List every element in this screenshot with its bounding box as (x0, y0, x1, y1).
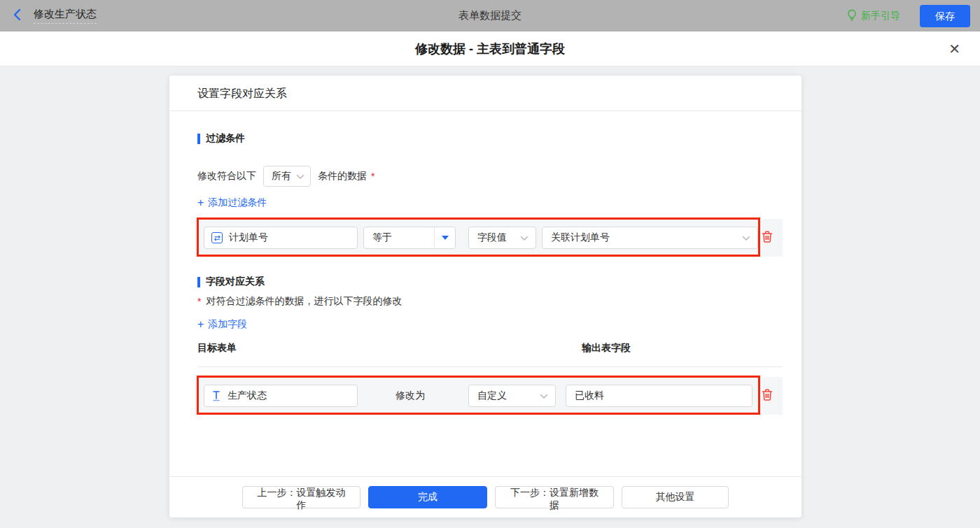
add-field-label: 添加字段 (208, 318, 247, 331)
mapping-section-label: 字段对应关系 (206, 276, 265, 288)
add-field-link[interactable]: + 添加字段 (197, 318, 247, 331)
add-filter-condition-link[interactable]: + 添加过滤条件 (197, 197, 267, 209)
operator-value: 等于 (364, 231, 434, 244)
topbar-actions: 新手引导 保存 (846, 5, 970, 27)
mapping-description: 对符合过滤条件的数据，进行以下字段的修改 (206, 295, 402, 308)
modify-mode-value: 自定义 (477, 390, 540, 402)
match-mode-value: 所有 (272, 170, 296, 183)
caret-down-icon (434, 227, 455, 248)
modify-to-label: 修改为 (396, 390, 425, 402)
delete-condition-button[interactable] (761, 230, 774, 245)
match-prefix-label: 修改符合以下 (197, 170, 256, 183)
match-condition-row: 修改符合以下 所有 条件的数据 * (197, 166, 783, 187)
beginner-guide-label: 新手引导 (861, 10, 900, 22)
section-marker (197, 134, 200, 144)
chevron-down-icon (742, 231, 750, 244)
filter-condition-row: ⇄ 计划单号 等于 字段值 关联计划单号 (195, 219, 783, 257)
page: 修改生产状态 表单数据提交 新手引导 保存 修改数据 - 主表到普通字段 ✕ 设… (0, 0, 980, 528)
mapping-column-headers: 目标表单 输出表字段 (197, 342, 783, 367)
workflow-name[interactable]: 修改生产状态 (34, 8, 97, 24)
save-button[interactable]: 保存 (920, 5, 970, 27)
card-header-title: 设置字段对应关系 (169, 76, 802, 111)
top-bar: 修改生产状态 表单数据提交 新手引导 保存 (0, 0, 980, 31)
match-mode-select[interactable]: 所有 (263, 166, 311, 187)
custom-value-input[interactable] (566, 385, 752, 407)
plus-icon: + (197, 320, 204, 329)
chevron-down-icon (520, 231, 528, 244)
trash-icon (761, 230, 774, 245)
operator-select[interactable]: 等于 (363, 227, 456, 249)
next-step-button[interactable]: 下一步：设置新增数据 (495, 486, 614, 508)
back-chevron-icon (11, 8, 24, 24)
target-field-selector[interactable]: 生产状态 (204, 385, 358, 407)
back-button[interactable] (11, 8, 24, 24)
lightbulb-icon (846, 9, 861, 23)
filter-section-title: 过滤条件 (197, 132, 783, 145)
beginner-guide-link[interactable]: 新手引导 (846, 9, 900, 23)
done-button[interactable]: 完成 (368, 486, 487, 508)
close-icon[interactable]: ✕ (948, 41, 960, 57)
plus-icon: + (197, 198, 204, 208)
card-footer: 上一步：设置触发动作 完成 下一步：设置新增数据 其他设置 (169, 476, 802, 518)
mapping-section-title: 字段对应关系 (197, 276, 783, 288)
card-body: 过滤条件 修改符合以下 所有 条件的数据 * + 添加过滤条件 (169, 132, 802, 415)
prev-step-button[interactable]: 上一步：设置触发动作 (242, 486, 360, 508)
chevron-down-icon (296, 171, 304, 182)
value-field-value: 关联计划单号 (551, 231, 742, 244)
topbar-center-title: 表单数据提交 (0, 9, 980, 22)
value-field-select[interactable]: 关联计划单号 (542, 227, 758, 249)
section-marker (197, 277, 200, 287)
filter-field-value: 计划单号 (229, 231, 268, 244)
filter-field-selector[interactable]: ⇄ 计划单号 (204, 227, 358, 249)
output-field-header: 输出表字段 (582, 342, 631, 355)
value-type-value: 字段值 (477, 231, 520, 244)
mapping-description-row: * 对符合过滤条件的数据，进行以下字段的修改 (197, 295, 783, 308)
add-filter-condition-label: 添加过滤条件 (208, 197, 267, 209)
trash-icon (761, 388, 774, 404)
target-form-header: 目标表单 (197, 342, 237, 355)
dialog-title: 修改数据 - 主表到普通字段 (0, 31, 980, 66)
target-field-value: 生产状态 (227, 390, 267, 402)
delete-field-button[interactable] (761, 388, 774, 404)
settings-card: 设置字段对应关系 过滤条件 修改符合以下 所有 条件的数据 * + (169, 76, 802, 518)
other-settings-button[interactable]: 其他设置 (622, 486, 729, 508)
value-type-select[interactable]: 字段值 (468, 227, 536, 249)
chevron-down-icon (540, 390, 548, 402)
modify-mode-select[interactable]: 自定义 (468, 385, 556, 407)
required-mark: * (197, 296, 201, 307)
match-suffix-label: 条件的数据 (318, 170, 367, 183)
text-field-icon (211, 390, 221, 401)
required-mark: * (371, 171, 374, 182)
linked-field-icon: ⇄ (211, 232, 223, 243)
filter-section-label: 过滤条件 (206, 132, 245, 145)
field-mapping-row: 生产状态 修改为 自定义 (195, 377, 783, 415)
dialog-header: 修改数据 - 主表到普通字段 ✕ (0, 31, 980, 66)
